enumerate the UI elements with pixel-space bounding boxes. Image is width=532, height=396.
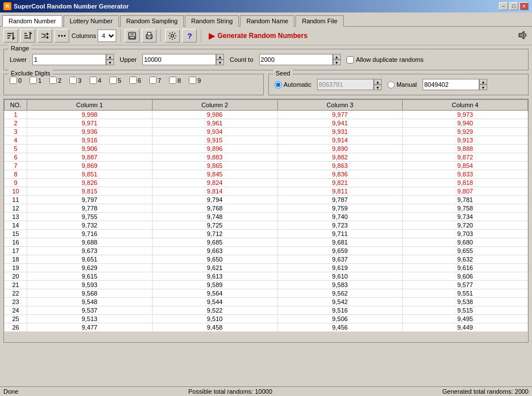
row-number: 4	[5, 136, 27, 145]
manual-seed-down[interactable]: ▼	[479, 85, 487, 90]
row-value: 9,778	[27, 204, 153, 213]
cb-3-input[interactable]	[69, 77, 77, 84]
row-value: 9,896	[152, 145, 277, 153]
tabs-bar: Random Number Lottery Number Random Samp…	[0, 12, 532, 27]
save-button[interactable]	[125, 29, 140, 43]
close-button[interactable]: ✕	[520, 2, 529, 10]
row-value: 9,821	[277, 179, 403, 187]
row-value: 9,650	[152, 255, 277, 264]
auto-seed-down[interactable]: ▼	[374, 85, 382, 90]
row-value: 9,495	[403, 315, 528, 323]
svg-point-7	[61, 35, 63, 37]
row-number: 25	[5, 315, 27, 323]
table-scroll[interactable]: NO. Column 1 Column 2 Column 3 Column 4 …	[4, 99, 528, 343]
table-row: 229,5689,5649,5629,551	[5, 289, 528, 298]
table-row: 59,9069,8969,8909,888	[5, 145, 528, 153]
row-number: 6	[5, 153, 27, 162]
cb-3: 3	[69, 77, 81, 84]
tab-random-string[interactable]: Random String	[185, 15, 239, 27]
row-value: 9,914	[277, 136, 403, 145]
col-header-no: NO.	[5, 100, 27, 111]
shuffle-button[interactable]	[37, 29, 52, 43]
manual-label: Manual	[396, 81, 417, 88]
cb-6: 6	[129, 77, 141, 84]
row-value: 9,797	[27, 196, 153, 204]
cb-9-input[interactable]	[189, 77, 196, 84]
auto-seed-up[interactable]: ▲	[374, 79, 382, 85]
row-number: 14	[5, 221, 27, 230]
tab-lottery-number[interactable]: Lottery Number	[64, 15, 119, 27]
svg-rect-10	[130, 32, 134, 35]
row-value: 9,758	[403, 204, 528, 213]
row-value: 9,971	[27, 119, 153, 128]
row-value: 9,564	[152, 289, 277, 298]
row-value: 9,538	[403, 298, 528, 306]
row-value: 9,522	[152, 306, 277, 315]
minimize-button[interactable]: −	[499, 2, 508, 10]
row-value: 9,916	[27, 136, 153, 145]
cb-1-input[interactable]	[29, 77, 37, 84]
svg-point-8	[64, 35, 66, 37]
tab-random-file[interactable]: Random File	[295, 15, 343, 27]
count-input[interactable]	[259, 54, 333, 65]
print-button[interactable]	[142, 29, 157, 43]
cb-0-input[interactable]	[10, 77, 17, 84]
table-row: 129,7789,7689,7599,758	[5, 204, 528, 213]
cb-4-input[interactable]	[90, 77, 97, 84]
cb-9: 9	[189, 77, 201, 84]
maximize-button[interactable]: □	[509, 2, 518, 10]
row-number: 15	[5, 230, 27, 238]
tab-random-name[interactable]: Random Name	[240, 15, 294, 27]
sort-desc-button[interactable]	[20, 29, 35, 43]
status-right: Generated total randoms: 2000	[442, 388, 529, 395]
tab-random-sampling[interactable]: Random Sampling	[120, 15, 184, 27]
manual-radio[interactable]	[387, 81, 395, 89]
cb-5-input[interactable]	[109, 77, 117, 84]
count-spin-down[interactable]: ▼	[333, 60, 341, 65]
col-header-3: Column 3	[277, 100, 403, 111]
manual-radio-item: Manual	[387, 81, 417, 89]
upper-spin-up[interactable]: ▲	[216, 54, 224, 60]
generate-button[interactable]: ▶ Generate Random Numbers	[205, 31, 311, 40]
tab-random-number[interactable]: Random Number	[2, 15, 62, 27]
row-number: 1	[5, 111, 27, 119]
table-row: 159,7169,7129,7119,703	[5, 230, 528, 238]
allow-dup-checkbox[interactable]	[347, 56, 354, 64]
upper-spin-down[interactable]: ▼	[216, 60, 224, 65]
table-row: 219,5939,5899,5839,577	[5, 281, 528, 289]
settings-button[interactable]	[165, 29, 180, 43]
count-spin-up[interactable]: ▲	[333, 54, 341, 60]
row-value: 9,510	[152, 315, 277, 323]
row-value: 9,826	[27, 179, 153, 187]
row-value: 9,537	[27, 306, 153, 315]
row-value: 9,610	[277, 272, 403, 281]
upper-input[interactable]	[142, 54, 216, 65]
cb-8-input[interactable]	[169, 77, 176, 84]
lower-label: Lower	[10, 56, 27, 63]
manual-seed-up[interactable]: ▲	[479, 79, 487, 85]
row-number: 21	[5, 281, 27, 289]
columns-select[interactable]: 1 2 3 4 5 6	[98, 30, 116, 42]
lower-input[interactable]	[32, 54, 106, 65]
manual-seed-input[interactable]	[423, 79, 479, 90]
auto-seed-input[interactable]	[317, 79, 374, 90]
toolbar-separator-2	[161, 30, 161, 42]
cb-7-input[interactable]	[149, 77, 157, 84]
help-button[interactable]: ?	[182, 29, 197, 43]
row-value: 9,655	[403, 247, 528, 255]
row-value: 9,851	[27, 170, 153, 179]
lower-spin-up[interactable]: ▲	[106, 54, 114, 60]
auto-label: Automatic	[284, 81, 311, 88]
cb-2-input[interactable]	[49, 77, 57, 84]
sort-asc-button[interactable]	[3, 29, 18, 43]
status-middle: Possible total randoms: 10000	[188, 388, 272, 395]
auto-radio[interactable]	[275, 81, 282, 89]
row-value: 9,712	[152, 230, 277, 238]
cb-4: 4	[90, 77, 102, 84]
lower-spin-down[interactable]: ▼	[106, 60, 114, 65]
dots-button[interactable]	[54, 29, 69, 43]
row-number: 2	[5, 119, 27, 128]
row-value: 9,940	[403, 119, 528, 128]
cb-6-input[interactable]	[129, 77, 137, 84]
row-value: 9,577	[403, 281, 528, 289]
